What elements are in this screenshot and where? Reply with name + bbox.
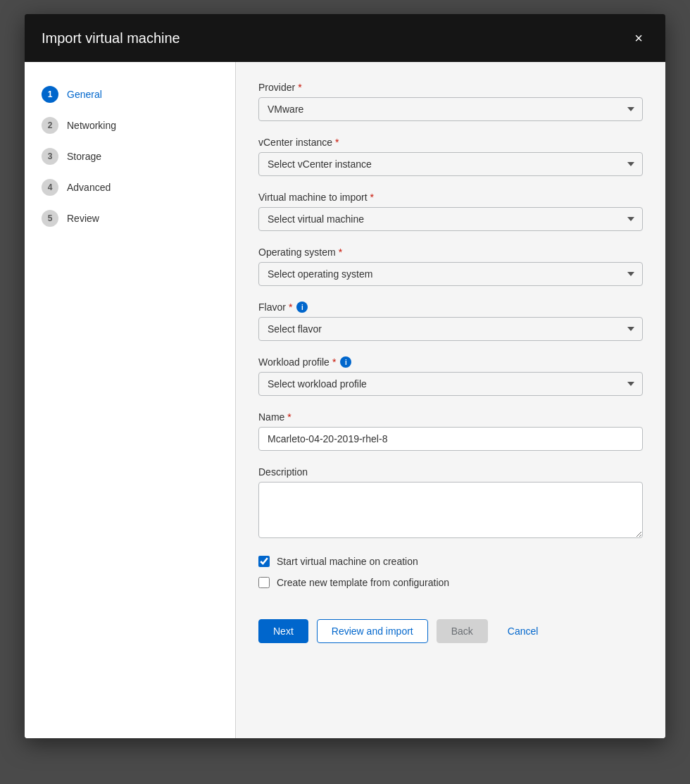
description-label: Description: [258, 466, 308, 478]
provider-label: Provider: [258, 82, 295, 93]
os-select[interactable]: Select operating system: [258, 262, 643, 286]
provider-group: Provider * VMware: [258, 82, 643, 121]
workload-select-wrapper: Select workload profile: [258, 372, 643, 396]
sidebar-item-general[interactable]: 1 General: [25, 79, 235, 110]
start-vm-checkbox[interactable]: [258, 556, 270, 567]
name-input[interactable]: [258, 427, 643, 451]
provider-label-container: Provider *: [258, 82, 643, 93]
vm-label: Virtual machine to import: [258, 192, 368, 203]
provider-select-wrapper: VMware: [258, 97, 643, 121]
import-vm-modal: Import virtual machine × 1 General 2 Net…: [25, 14, 665, 738]
review-import-button[interactable]: Review and import: [317, 619, 428, 643]
back-button: Back: [437, 619, 488, 643]
vcenter-label-container: vCenter instance *: [258, 137, 643, 148]
modal-header: Import virtual machine ×: [25, 14, 665, 62]
vm-select[interactable]: Select virtual machine: [258, 207, 643, 231]
modal-title: Import virtual machine: [42, 30, 180, 46]
vcenter-label: vCenter instance: [258, 137, 332, 148]
flavor-select-wrapper: Select flavor: [258, 317, 643, 341]
form-content: Provider * VMware vCenter instance *: [236, 62, 665, 738]
description-label-container: Description: [258, 466, 643, 478]
name-group: Name *: [258, 411, 643, 451]
flavor-select[interactable]: Select flavor: [258, 317, 643, 341]
create-template-label: Create new template from configuration: [277, 577, 449, 588]
description-textarea[interactable]: [258, 482, 643, 538]
sidebar-item-advanced[interactable]: 4 Advanced: [25, 172, 235, 203]
vcenter-select[interactable]: Select vCenter instance: [258, 152, 643, 176]
provider-required-star: *: [298, 82, 301, 93]
sidebar-label-storage: Storage: [67, 151, 101, 162]
os-required-star: *: [339, 247, 342, 258]
cancel-button[interactable]: Cancel: [496, 619, 550, 643]
os-group: Operating system * Select operating syst…: [258, 247, 643, 286]
os-label-container: Operating system *: [258, 247, 643, 258]
workload-select[interactable]: Select workload profile: [258, 372, 643, 396]
sidebar: 1 General 2 Networking 3 Storage 4 Advan…: [25, 62, 236, 738]
sidebar-item-storage[interactable]: 3 Storage: [25, 141, 235, 172]
sidebar-label-advanced: Advanced: [67, 182, 111, 193]
os-label: Operating system: [258, 247, 336, 258]
sidebar-label-review: Review: [67, 213, 99, 224]
step-num-4: 4: [42, 179, 58, 196]
step-num-1: 1: [42, 86, 58, 103]
workload-label-container: Workload profile * i: [258, 356, 643, 368]
flavor-label-container: Flavor * i: [258, 301, 643, 313]
os-select-wrapper: Select operating system: [258, 262, 643, 286]
step-num-5: 5: [42, 210, 58, 227]
step-num-2: 2: [42, 117, 58, 134]
step-num-3: 3: [42, 148, 58, 165]
sidebar-label-networking: Networking: [67, 120, 116, 131]
vm-group: Virtual machine to import * Select virtu…: [258, 192, 643, 231]
checkbox2-group: Create new template from configuration: [258, 577, 643, 588]
name-label-container: Name *: [258, 411, 643, 423]
vm-required-star: *: [370, 192, 374, 203]
vcenter-required-star: *: [335, 137, 339, 148]
name-required-star: *: [287, 411, 291, 423]
flavor-required-star: *: [289, 301, 292, 313]
modal-body: 1 General 2 Networking 3 Storage 4 Advan…: [25, 62, 665, 738]
sidebar-item-networking[interactable]: 2 Networking: [25, 110, 235, 141]
workload-required-star: *: [332, 356, 336, 368]
workload-label: Workload profile: [258, 356, 330, 368]
workload-group: Workload profile * i Select workload pro…: [258, 356, 643, 396]
sidebar-item-review[interactable]: 5 Review: [25, 203, 235, 234]
description-group: Description: [258, 466, 643, 540]
close-button[interactable]: ×: [629, 28, 648, 48]
provider-select[interactable]: VMware: [258, 97, 643, 121]
vm-label-container: Virtual machine to import *: [258, 192, 643, 203]
vm-select-wrapper: Select virtual machine: [258, 207, 643, 231]
footer-buttons: Next Review and import Back Cancel: [258, 608, 643, 643]
sidebar-label-general: General: [67, 89, 102, 100]
flavor-info-icon[interactable]: i: [296, 301, 308, 313]
flavor-label: Flavor: [258, 301, 286, 313]
workload-info-icon[interactable]: i: [340, 356, 351, 368]
next-button[interactable]: Next: [258, 619, 308, 643]
start-vm-label: Start virtual machine on creation: [277, 556, 418, 567]
vcenter-group: vCenter instance * Select vCenter instan…: [258, 137, 643, 176]
vcenter-select-wrapper: Select vCenter instance: [258, 152, 643, 176]
checkbox1-group: Start virtual machine on creation: [258, 556, 643, 567]
flavor-group: Flavor * i Select flavor: [258, 301, 643, 341]
name-label: Name: [258, 411, 284, 423]
create-template-checkbox[interactable]: [258, 577, 270, 588]
